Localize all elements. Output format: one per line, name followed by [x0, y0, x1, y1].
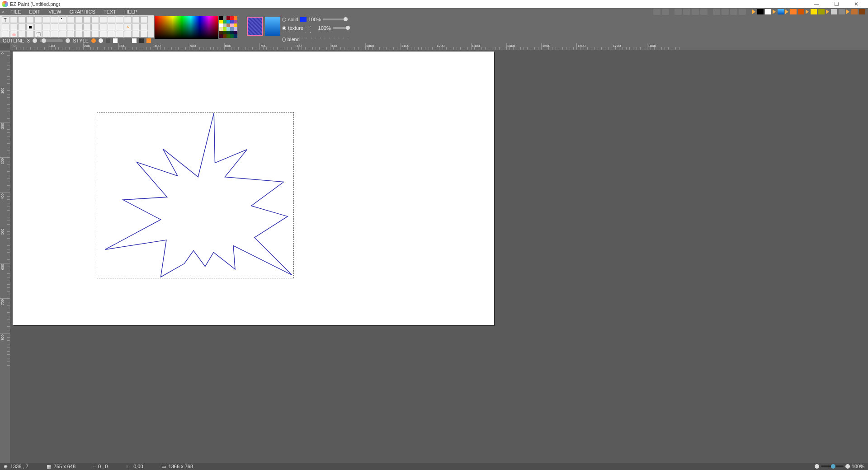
swatch-16[interactable] [223, 27, 226, 31]
palette-sw-yellow2[interactable] [818, 9, 825, 14]
tool-8[interactable] [67, 16, 75, 23]
menu-edit[interactable]: EDIT [25, 9, 44, 14]
tool-3[interactable] [26, 16, 34, 23]
swatch-2[interactable] [226, 16, 230, 20]
swatch-23[interactable] [230, 31, 234, 34]
close-button[interactable]: ✕ [846, 0, 866, 8]
canvas[interactable] [13, 52, 494, 325]
swatch-11[interactable] [223, 24, 226, 27]
style-square-icon[interactable] [106, 38, 110, 43]
swatch-17[interactable] [226, 27, 230, 31]
fill-solid-icon[interactable] [139, 38, 144, 43]
swatch-6[interactable] [223, 20, 226, 24]
color-spectrum[interactable] [155, 16, 218, 39]
palette-tri-3[interactable] [785, 9, 788, 14]
tool-5[interactable] [42, 16, 50, 23]
menu-help[interactable]: HELP [120, 9, 142, 14]
tool-13[interactable] [108, 16, 115, 23]
tool-51[interactable] [124, 31, 132, 38]
swatch-12[interactable] [226, 24, 230, 27]
tool-9[interactable] [75, 16, 83, 23]
tool-11[interactable] [91, 16, 99, 23]
tool-25[interactable] [59, 24, 66, 30]
tool-19[interactable] [10, 24, 18, 30]
panel-close-icon[interactable]: × [0, 9, 6, 14]
swatch-27[interactable] [226, 34, 230, 38]
swatch-14[interactable] [234, 24, 237, 27]
tool-41[interactable] [42, 31, 50, 38]
palette-sw-gray1[interactable] [831, 9, 837, 14]
tool-34[interactable] [132, 24, 140, 30]
zoom-in-icon[interactable] [845, 464, 850, 469]
swatch-26[interactable] [223, 34, 226, 38]
swatch-25[interactable] [219, 34, 223, 38]
print-icon[interactable] [700, 9, 708, 15]
maximize-button[interactable]: ☐ [826, 0, 846, 8]
swatch-13[interactable] [230, 24, 234, 27]
zoom-out-icon[interactable] [815, 464, 819, 469]
outline-knob-left[interactable] [33, 38, 37, 43]
outline-slider[interactable] [40, 39, 63, 42]
swatch-3[interactable] [230, 16, 234, 20]
fill-none-icon[interactable] [132, 38, 137, 43]
save-icon[interactable] [692, 9, 699, 15]
swatch-9[interactable] [234, 20, 237, 24]
tool-32[interactable] [116, 24, 123, 30]
palette-sw-orange1[interactable] [790, 9, 797, 14]
tool-33[interactable] [124, 24, 132, 30]
fill-solid-color[interactable] [300, 17, 307, 22]
palette-sw-brown1[interactable] [851, 9, 858, 14]
fill-color-icon[interactable] [146, 38, 151, 43]
tool-38[interactable] [18, 31, 26, 38]
swatch-5[interactable] [219, 20, 223, 24]
tool-53[interactable] [140, 31, 148, 38]
palette-sw-black[interactable] [757, 9, 764, 14]
copy-icon[interactable] [722, 9, 729, 15]
tool-0[interactable]: T [2, 16, 9, 23]
tool-12[interactable] [99, 16, 107, 23]
tool-15[interactable] [124, 16, 132, 23]
palette-tri-1[interactable] [752, 9, 755, 14]
tool-23[interactable] [42, 24, 50, 30]
swatch-24[interactable] [234, 31, 237, 34]
fill-solid-radio[interactable] [282, 18, 286, 22]
swatch-18[interactable] [230, 27, 234, 31]
tool-46[interactable] [83, 31, 91, 38]
tool-31[interactable] [108, 24, 115, 30]
current-texture-swatch[interactable] [247, 17, 263, 36]
tool-20[interactable] [18, 24, 26, 30]
delete-icon[interactable] [739, 9, 746, 15]
tool-40[interactable] [34, 31, 42, 38]
undo-icon[interactable] [653, 9, 660, 15]
tool-30[interactable] [99, 24, 107, 30]
tool-21[interactable] [26, 24, 34, 30]
menu-view[interactable]: VIEW [44, 9, 65, 14]
swatch-29[interactable] [234, 34, 237, 38]
tool-14[interactable] [116, 16, 123, 23]
tool-17[interactable] [140, 16, 148, 23]
tool-43[interactable] [59, 31, 66, 38]
tool-24[interactable] [51, 24, 58, 30]
tool-2[interactable] [18, 16, 26, 23]
tool-49[interactable] [108, 31, 115, 38]
tool-36[interactable] [2, 31, 9, 38]
tool-52[interactable] [132, 31, 140, 38]
palette-tri-6[interactable] [846, 9, 849, 14]
new-icon[interactable] [675, 9, 682, 15]
tool-27[interactable] [75, 24, 83, 30]
tool-35[interactable] [140, 24, 148, 30]
swatch-19[interactable] [234, 27, 237, 31]
tool-37[interactable] [10, 31, 18, 38]
current-gradient-swatch[interactable] [265, 17, 281, 36]
zoom-control[interactable]: 100% [815, 464, 864, 469]
style-round-icon[interactable] [91, 38, 96, 43]
tool-7[interactable] [59, 16, 66, 23]
palette-sw-brown2[interactable] [859, 9, 865, 14]
tool-1[interactable] [10, 16, 18, 23]
style-round2-icon[interactable] [99, 38, 103, 43]
swatch-28[interactable] [230, 34, 234, 38]
swatch-10[interactable] [219, 24, 223, 27]
swatch-1[interactable] [223, 16, 226, 20]
menu-graphics[interactable]: GRAPHICS [65, 9, 99, 14]
paste-icon[interactable] [730, 9, 737, 15]
